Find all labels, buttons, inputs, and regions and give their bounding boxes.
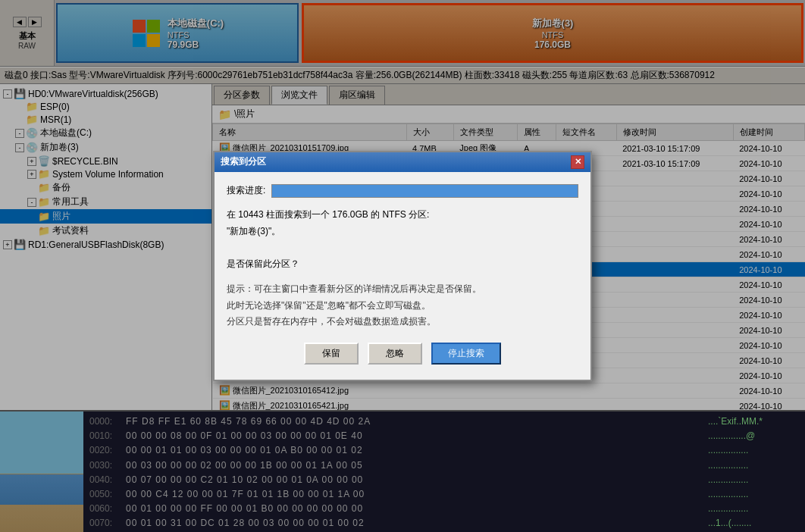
modal-buttons: 保留 忽略 停止搜索 [227,343,578,368]
modal-line2: "新加卷(3)"。 [227,224,578,240]
modal-progress-row: 搜索进度: [227,184,578,198]
modal-hint: 提示：可在主窗口中查看新分区的详细情况后再决定是否保留。 此时无论选择"保留"还… [227,281,578,330]
modal-hint2: 此时无论选择"保留"还是"忽略"都不会立即写磁盘。 [227,298,578,315]
ignore-button[interactable]: 忽略 [368,343,422,365]
modal-question: 是否保留此分区？ [227,256,578,273]
modal-line1: 在 10443 柱面搜索到一个 176.0GB 的 NTFS 分区: [227,207,578,224]
stop-search-button[interactable]: 停止搜索 [431,343,501,365]
modal-text: 在 10443 柱面搜索到一个 176.0GB 的 NTFS 分区: "新加卷(… [227,207,578,272]
modal-hint3: 分区只是暂存在内存中，不会对磁盘数据造成损害。 [227,314,578,330]
progress-bar-fill [272,185,578,197]
progress-bar-container [271,184,578,198]
modal-overlay: 搜索到分区 ✕ 搜索进度: 在 10443 柱面搜索到一个 176.0GB 的 … [0,0,805,532]
modal-title-bar: 搜索到分区 ✕ [215,152,590,172]
search-modal: 搜索到分区 ✕ 搜索进度: 在 10443 柱面搜索到一个 176.0GB 的 … [213,151,592,381]
modal-close-btn[interactable]: ✕ [571,155,584,169]
modal-body: 搜索进度: 在 10443 柱面搜索到一个 176.0GB 的 NTFS 分区:… [215,172,590,380]
keep-button[interactable]: 保留 [304,343,359,365]
modal-progress-label: 搜索进度: [227,184,265,197]
modal-title: 搜索到分区 [221,155,266,168]
modal-hint1: 提示：可在主窗口中查看新分区的详细情况后再决定是否保留。 [227,281,578,298]
